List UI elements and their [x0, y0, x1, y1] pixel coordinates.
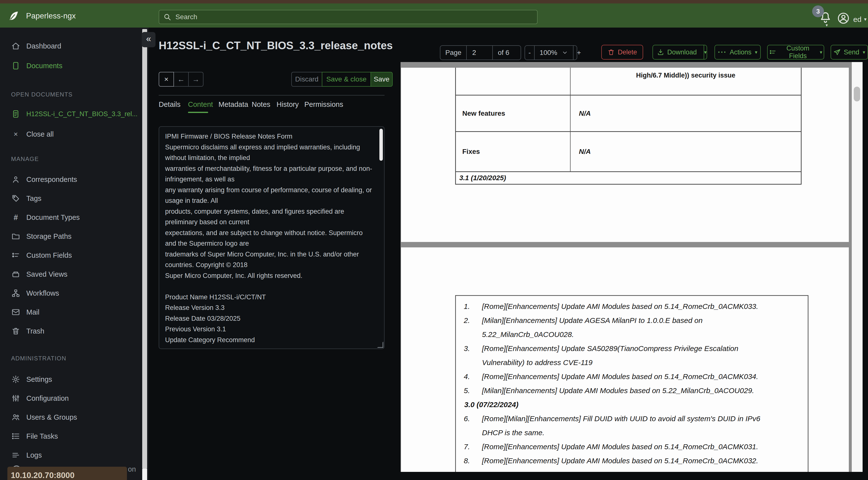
list-item-text: [Rome][Milan][Enhancements] Fill DUID wi… — [482, 412, 808, 440]
documentation-link-partial[interactable]: on — [128, 465, 136, 473]
user-menu-caret-icon[interactable]: ▾ — [864, 16, 867, 22]
open-document-label: H12SSL-i_C_CT_NT_BIOS_3.3_rel... — [26, 110, 137, 118]
app-brand[interactable]: Paperless-ngx — [7, 9, 76, 23]
link-status-tooltip: 10.10.20.70:8000 — [7, 467, 127, 480]
sidebar-item-file-tasks[interactable]: File Tasks — [0, 429, 149, 443]
custom-fields-caret-icon: ▾ — [820, 49, 822, 55]
sidebar-item-mail[interactable]: Mail — [0, 305, 149, 319]
sidebar-scrollbar-track — [142, 469, 147, 480]
page-input-cell[interactable] — [466, 46, 492, 60]
content-textarea[interactable]: IPMI Firmware / BIOS Release Notes Form … — [159, 126, 384, 349]
sidebar-scrollbar[interactable] — [142, 29, 147, 469]
sidebar-item-label: Configuration — [26, 394, 69, 402]
list-item-number: 5. — [463, 384, 482, 397]
tab-notes[interactable]: Notes — [252, 100, 270, 109]
sidebar-item-configuration[interactable]: Configuration — [0, 391, 149, 406]
page-total-label: of 6 — [492, 46, 514, 60]
zoom-in-button[interactable]: + — [573, 46, 584, 60]
sidebar-item-tags[interactable]: Tags — [0, 191, 149, 206]
textarea-resize-handle[interactable] — [377, 342, 383, 348]
trash-icon — [11, 327, 21, 335]
sidebar-item-label: Mail — [26, 308, 39, 316]
notifications-caret-icon: ▾ — [826, 23, 828, 28]
sidebar-item-custom-fields[interactable]: Custom Fields — [0, 248, 149, 262]
pdf-preview-viewer[interactable]: High/6.7 Middle)) security issue New fea… — [401, 62, 863, 472]
table-cell — [456, 68, 570, 95]
list-item-text: [Rome][Enhancements] Update SA50289(Tian… — [482, 341, 808, 369]
zoom-out-button[interactable]: - — [525, 46, 534, 60]
sidebar-item-workflows[interactable]: Workflows — [0, 286, 149, 300]
custom-fields-button[interactable]: Custom Fields ▾ — [767, 45, 824, 60]
tab-details[interactable]: Details — [159, 100, 181, 109]
changes-list-box: 1. [Rome][Enhancements] Update AMI Modul… — [455, 295, 808, 472]
sidebar-item-settings[interactable]: Settings — [0, 372, 149, 387]
home-icon — [11, 41, 21, 51]
sidebar-item-saved-views[interactable]: Saved Views — [0, 267, 149, 281]
sidebar-item-label: Tags — [26, 194, 41, 203]
content-text[interactable]: IPMI Firmware / BIOS Release Notes Form … — [165, 131, 377, 346]
sidebar-item-users-groups[interactable]: Users & Groups — [0, 410, 149, 424]
list-item-text: [Rome][Enhancements] Update AMI Modules … — [482, 369, 808, 384]
download-caret-button[interactable]: ▾ — [704, 45, 707, 59]
list-item-number: 3. — [463, 341, 482, 369]
page-number-input[interactable] — [472, 49, 487, 57]
sidebar-item-label: Settings — [26, 376, 52, 384]
sidebar-item-storage-paths[interactable]: Storage Paths — [0, 229, 149, 243]
zoom-level-select[interactable]: 100% — [534, 46, 573, 60]
pdf-scrollbar-thumb[interactable] — [854, 87, 860, 101]
sidebar-item-document-types[interactable]: # Document Types — [0, 210, 149, 224]
pdf-scrollbar-track[interactable] — [852, 62, 863, 472]
download-split-button[interactable]: Download ▾ — [652, 45, 707, 60]
delete-button[interactable]: Delete — [601, 45, 643, 60]
sidebar-item-trash[interactable]: Trash — [0, 324, 149, 338]
tab-history[interactable]: History — [277, 100, 299, 109]
tab-metadata[interactable]: Metadata — [218, 100, 248, 109]
close-document-button[interactable]: × — [159, 72, 174, 87]
zoom-control-group: - 100% + — [525, 45, 577, 60]
administration-header: ADMINISTRATION — [11, 355, 66, 362]
sidebar-item-close-all[interactable]: × Close all — [0, 127, 149, 141]
workflows-icon — [11, 289, 21, 298]
tab-content[interactable]: Content — [188, 100, 213, 109]
pdf-page-1: High/6.7 Middle)) security issue New fea… — [401, 68, 849, 242]
file-text-icon — [11, 110, 21, 118]
user-avatar-icon[interactable] — [837, 12, 850, 25]
save-button[interactable]: Save — [371, 72, 393, 87]
release-notes-table: High/6.7 Middle)) security issue New fea… — [455, 68, 802, 185]
sidebar-collapse-button[interactable]: « — [142, 32, 155, 47]
list-item-text: [Rome][Milan][Enhancements] For UsbBus-e… — [482, 468, 808, 472]
paperless-feather-logo-icon — [7, 10, 20, 22]
sidebar-item-label: Users & Groups — [26, 413, 77, 421]
send-button[interactable]: Send ▾ — [831, 45, 868, 60]
send-label: Send — [844, 49, 859, 56]
actions-label: Actions — [730, 49, 752, 56]
next-document-button[interactable]: → — [189, 72, 204, 87]
username-label[interactable]: ed — [853, 15, 861, 24]
table-cell-value: N/A — [570, 95, 801, 131]
list-item: 5. [Milan][Enhancements] Update AMI Modu… — [463, 384, 808, 397]
previous-document-button[interactable]: ← — [174, 72, 189, 87]
download-button[interactable]: Download — [653, 45, 701, 59]
sidebar-item-correspondents[interactable]: Correspondents — [0, 172, 149, 187]
notification-count-badge: 3 — [812, 5, 824, 17]
actions-button[interactable]: ··· Actions ▾ — [714, 45, 761, 60]
save-and-close-button[interactable]: Save & close — [322, 72, 371, 87]
sidebar: Dashboard Documents OPEN DOCUMENTS H12SS… — [0, 28, 149, 480]
folder-icon — [11, 232, 21, 241]
global-search[interactable] — [159, 10, 537, 24]
textarea-scrollbar[interactable] — [379, 129, 383, 161]
list-item-number: 8. — [463, 454, 482, 468]
discard-button[interactable]: Discard — [291, 72, 322, 87]
tab-permissions[interactable]: Permissions — [304, 100, 343, 109]
list-item-text: [Rome][Enhancements] Update AMI Modules … — [482, 454, 808, 468]
person-icon — [11, 175, 21, 184]
list-item-number: 2. — [463, 313, 482, 341]
version-heading: 3.0 (07/22/2024) — [463, 397, 808, 412]
page-navigation-group: Page of 6 — [440, 45, 521, 60]
sidebar-item-open-document[interactable]: H12SSL-i_C_CT_NT_BIOS_3.3_rel... — [0, 107, 149, 121]
sidebar-item-logs[interactable]: Logs — [0, 448, 149, 462]
sidebar-item-documents[interactable]: Documents — [0, 59, 149, 73]
sidebar-item-label: File Tasks — [26, 432, 58, 440]
search-input[interactable] — [175, 13, 533, 21]
sidebar-item-dashboard[interactable]: Dashboard — [0, 39, 149, 53]
